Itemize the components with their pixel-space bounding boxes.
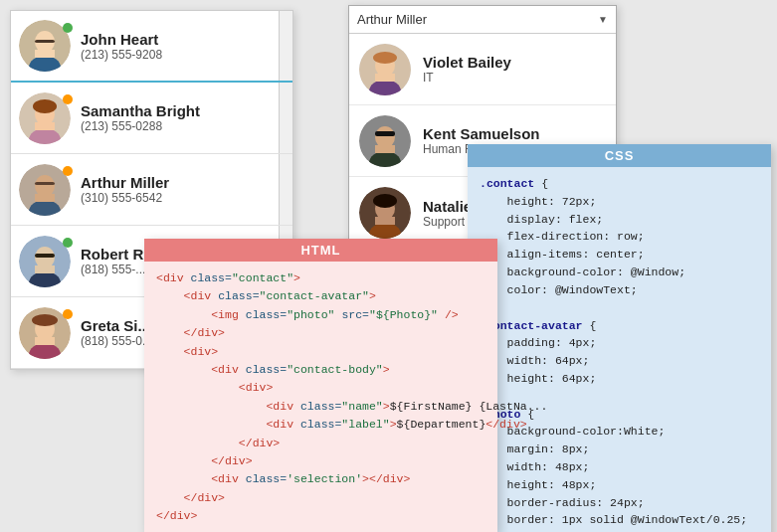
svg-point-9 <box>33 99 57 113</box>
html-line-2: <div class="contact-avatar"> <box>156 287 486 305</box>
svg-rect-33 <box>375 145 395 153</box>
contact-name-2: Samantha Bright <box>81 102 273 119</box>
css-line-10: padding: 4px; <box>480 334 759 352</box>
css-panel-content: .contact { height: 72px; display: flex; … <box>468 167 771 532</box>
status-dot-3 <box>63 166 73 176</box>
html-panel-content: <div class="contact"> <div class="contac… <box>144 262 497 532</box>
dropdown-info-1: Violet Bailey IT <box>423 54 511 85</box>
svg-rect-18 <box>35 266 55 273</box>
dropdown-dept-1: IT <box>423 71 511 85</box>
svg-rect-14 <box>35 182 55 185</box>
css-line-16: margin: 8px; <box>480 441 759 458</box>
css-line-7: color: @WindowText; <box>480 281 759 299</box>
html-line-6: <div class="contact-body"> <box>156 361 486 379</box>
svg-point-29 <box>373 52 397 64</box>
svg-point-11 <box>35 175 55 197</box>
html-line-8: <div class="name">${FirstName} {LastNa..… <box>156 398 486 416</box>
svg-rect-34 <box>375 131 395 136</box>
html-panel-title: HTML <box>144 239 497 262</box>
svg-rect-3 <box>35 50 55 58</box>
contact-info-2: Samantha Bright (213) 555-0288 <box>81 102 273 133</box>
contact-phone-3: (310) 555-6542 <box>81 191 273 205</box>
css-line-8 <box>480 299 759 317</box>
html-line-4: </div> <box>156 324 486 342</box>
svg-point-24 <box>32 314 58 326</box>
contact-info-1: John Heart (213) 555-9208 <box>81 31 273 62</box>
contact-phone-2: (213) 555-0288 <box>81 119 273 133</box>
svg-rect-4 <box>35 40 55 43</box>
css-line-19: border-radius: 24px; <box>480 494 759 512</box>
contact-name-3: Arthur Miller <box>81 174 273 191</box>
svg-rect-13 <box>35 194 55 202</box>
css-line-18: height: 48px; <box>480 476 759 494</box>
status-dot-5 <box>63 309 73 319</box>
status-dot-4 <box>63 238 73 248</box>
html-panel: HTML <div class="contact"> <div class="c… <box>144 239 497 532</box>
css-line-1: .contact { <box>480 175 759 193</box>
svg-rect-23 <box>35 337 55 345</box>
dropdown-selected-value: Arthur Miller <box>357 12 427 27</box>
html-line-12: <div class='selection'></div> <box>156 470 486 488</box>
svg-rect-8 <box>35 122 55 130</box>
status-dot-2 <box>63 94 73 104</box>
css-panel-title: CSS <box>468 144 771 167</box>
contact-item-3[interactable]: Arthur Miller (310) 555-6542 <box>11 154 292 226</box>
html-line-5: <div> <box>156 343 486 361</box>
contact-item-2[interactable]: Samantha Bright (213) 555-0288 <box>11 83 292 154</box>
contact-phone-1: (213) 555-9208 <box>81 48 273 62</box>
dropdown-name-1: Violet Bailey <box>423 54 511 71</box>
html-line-7: <div> <box>156 379 486 397</box>
html-line-11: </div> <box>156 452 486 470</box>
dropdown-header[interactable]: Arthur Miller ▼ <box>349 6 616 34</box>
contact-info-3: Arthur Miller (310) 555-6542 <box>81 174 273 205</box>
dropdown-item-1[interactable]: Violet Bailey IT <box>349 34 616 105</box>
css-line-6: background-color: @Window; <box>480 264 759 281</box>
avatar-kent <box>359 115 411 167</box>
html-line-9: <div class="label">${Department}</div> <box>156 416 486 434</box>
dropdown-arrow-icon[interactable]: ▼ <box>598 14 608 25</box>
svg-rect-19 <box>35 254 55 258</box>
css-line-17: width: 48px; <box>480 458 759 476</box>
css-line-4: flex-direction: row; <box>480 228 759 246</box>
css-line-20: border: 1px solid @WindowText/0.25; <box>480 511 759 529</box>
html-line-3: <img class="photo" src="${Photo}" /> <box>156 306 486 324</box>
html-line-1: <div class="contact"> <box>156 269 486 287</box>
contact-item-1[interactable]: John Heart (213) 555-9208 <box>11 11 292 83</box>
html-line-10: </div> <box>156 435 486 452</box>
svg-rect-28 <box>375 74 395 82</box>
svg-point-39 <box>373 194 397 208</box>
html-line-13: </div> <box>156 489 486 507</box>
avatar-natalie <box>359 187 411 239</box>
css-panel: CSS .contact { height: 72px; display: fl… <box>468 144 771 532</box>
contact-name-1: John Heart <box>81 31 273 48</box>
css-line-2: height: 72px; <box>480 193 759 211</box>
html-line-14: </div> <box>156 507 486 525</box>
css-line-12: height: 64px; <box>480 370 759 388</box>
css-line-3: display: flex; <box>480 211 759 229</box>
css-line-5: align-items: center; <box>480 246 759 264</box>
dropdown-name-2: Kent Samuelson <box>423 125 540 142</box>
css-line-11: width: 64px; <box>480 352 759 370</box>
svg-rect-38 <box>375 217 395 225</box>
css-line-9: .contact-avatar { <box>480 317 759 335</box>
status-dot-1 <box>63 23 73 33</box>
svg-point-31 <box>375 126 395 148</box>
avatar-violet <box>359 44 411 95</box>
